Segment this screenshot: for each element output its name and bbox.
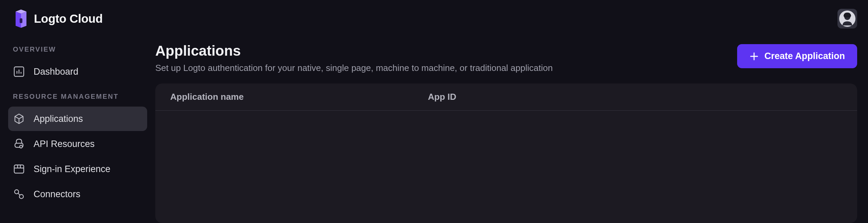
sidebar-item-label: Sign-in Experience	[34, 164, 111, 174]
sidebar-section-caption-overview: OVERVIEW	[8, 41, 147, 59]
svg-rect-9	[14, 165, 24, 173]
browser-window-icon	[13, 163, 25, 175]
avatar-icon	[839, 11, 855, 27]
sidebar-item-connectors[interactable]: Connectors	[8, 182, 147, 206]
sidebar-item-applications[interactable]: Applications	[8, 107, 147, 131]
svg-point-8	[20, 145, 22, 148]
table-column-header-app-id: App ID	[428, 92, 842, 102]
sidebar-item-api-resources[interactable]: API Resources	[8, 132, 147, 156]
page-header: Applications Set up Logto authentication…	[155, 41, 857, 74]
page-header-text: Applications Set up Logto authentication…	[155, 43, 737, 74]
plus-icon	[749, 52, 759, 61]
create-application-label: Create Application	[764, 51, 845, 61]
user-avatar[interactable]	[837, 9, 857, 29]
body-layout: OVERVIEW Dashboard RESOURCE MANAGEMENT	[0, 37, 868, 223]
top-bar: Logto Cloud	[0, 0, 868, 37]
svg-line-15	[18, 193, 20, 195]
sidebar-item-label: Dashboard	[34, 67, 78, 77]
sidebar-item-label: API Resources	[34, 139, 95, 149]
create-application-button[interactable]: Create Application	[737, 44, 857, 68]
lock-cloud-icon	[13, 138, 25, 150]
sidebar-item-dashboard[interactable]: Dashboard	[8, 59, 147, 84]
brand-title: Logto Cloud	[34, 12, 103, 25]
chart-bar-icon	[13, 66, 25, 78]
sidebar: OVERVIEW Dashboard RESOURCE MANAGEMENT	[0, 37, 155, 223]
sidebar-item-sign-in-experience[interactable]: Sign-in Experience	[8, 157, 147, 181]
box-icon	[13, 113, 25, 125]
app-root: Logto Cloud OVERVIEW	[0, 0, 868, 223]
brand-logo[interactable]: Logto Cloud	[13, 10, 103, 28]
page-title: Applications	[155, 43, 737, 59]
sidebar-section-caption-resources: RESOURCE MANAGEMENT	[8, 88, 147, 107]
sidebar-item-label: Applications	[34, 114, 83, 124]
connection-icon	[13, 188, 25, 200]
table-header-row: Application name App ID	[155, 83, 857, 111]
svg-rect-0	[20, 18, 22, 23]
brand-logo-mark-icon	[13, 10, 29, 28]
table-column-header-name: Application name	[170, 92, 428, 102]
sidebar-item-label: Connectors	[34, 189, 80, 200]
page-description: Set up Logto authentication for your nat…	[155, 62, 737, 74]
applications-table: Application name App ID	[155, 83, 857, 223]
main-content: Applications Set up Logto authentication…	[155, 37, 868, 223]
